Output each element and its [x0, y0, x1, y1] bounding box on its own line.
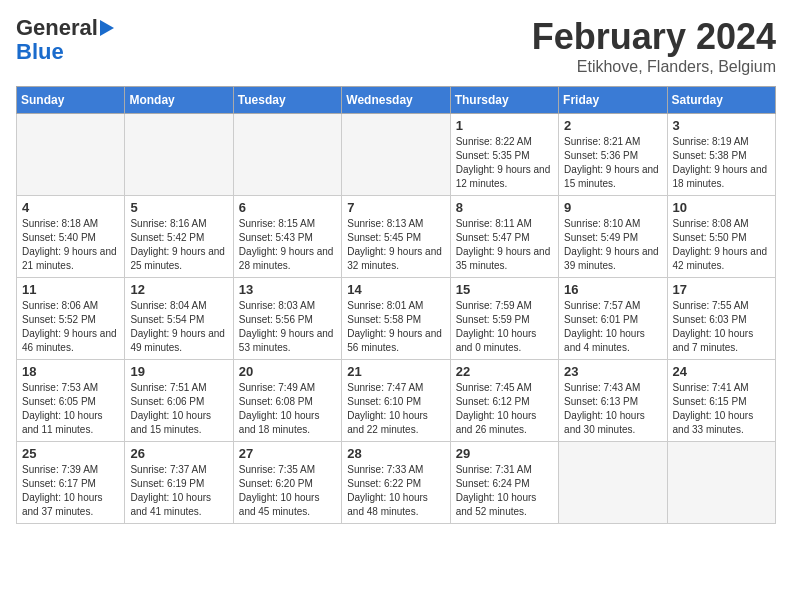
calendar-cell: 10Sunrise: 8:08 AMSunset: 5:50 PMDayligh… [667, 196, 775, 278]
calendar-cell [17, 114, 125, 196]
day-info: Sunrise: 7:53 AMSunset: 6:05 PMDaylight:… [22, 381, 119, 437]
day-info: Sunrise: 8:13 AMSunset: 5:45 PMDaylight:… [347, 217, 444, 273]
calendar-cell: 23Sunrise: 7:43 AMSunset: 6:13 PMDayligh… [559, 360, 667, 442]
day-number: 26 [130, 446, 227, 461]
day-info: Sunrise: 7:59 AMSunset: 5:59 PMDaylight:… [456, 299, 553, 355]
calendar-cell: 8Sunrise: 8:11 AMSunset: 5:47 PMDaylight… [450, 196, 558, 278]
calendar-cell: 18Sunrise: 7:53 AMSunset: 6:05 PMDayligh… [17, 360, 125, 442]
weekday-header-row: SundayMondayTuesdayWednesdayThursdayFrid… [17, 87, 776, 114]
weekday-header-friday: Friday [559, 87, 667, 114]
day-number: 24 [673, 364, 770, 379]
calendar-week-2: 4Sunrise: 8:18 AMSunset: 5:40 PMDaylight… [17, 196, 776, 278]
day-number: 23 [564, 364, 661, 379]
weekday-header-thursday: Thursday [450, 87, 558, 114]
day-number: 1 [456, 118, 553, 133]
calendar-cell: 25Sunrise: 7:39 AMSunset: 6:17 PMDayligh… [17, 442, 125, 524]
day-info: Sunrise: 7:39 AMSunset: 6:17 PMDaylight:… [22, 463, 119, 519]
day-number: 22 [456, 364, 553, 379]
day-info: Sunrise: 7:45 AMSunset: 6:12 PMDaylight:… [456, 381, 553, 437]
calendar-cell: 5Sunrise: 8:16 AMSunset: 5:42 PMDaylight… [125, 196, 233, 278]
day-number: 8 [456, 200, 553, 215]
month-title: February 2024 [532, 16, 776, 58]
calendar-cell: 3Sunrise: 8:19 AMSunset: 5:38 PMDaylight… [667, 114, 775, 196]
day-number: 29 [456, 446, 553, 461]
day-number: 6 [239, 200, 336, 215]
day-info: Sunrise: 7:43 AMSunset: 6:13 PMDaylight:… [564, 381, 661, 437]
day-number: 19 [130, 364, 227, 379]
day-info: Sunrise: 8:21 AMSunset: 5:36 PMDaylight:… [564, 135, 661, 191]
weekday-header-sunday: Sunday [17, 87, 125, 114]
day-number: 10 [673, 200, 770, 215]
day-number: 11 [22, 282, 119, 297]
calendar-cell: 21Sunrise: 7:47 AMSunset: 6:10 PMDayligh… [342, 360, 450, 442]
calendar-cell: 6Sunrise: 8:15 AMSunset: 5:43 PMDaylight… [233, 196, 341, 278]
calendar-cell: 27Sunrise: 7:35 AMSunset: 6:20 PMDayligh… [233, 442, 341, 524]
calendar-cell: 9Sunrise: 8:10 AMSunset: 5:49 PMDaylight… [559, 196, 667, 278]
calendar-cell [667, 442, 775, 524]
day-number: 14 [347, 282, 444, 297]
calendar-cell: 1Sunrise: 8:22 AMSunset: 5:35 PMDaylight… [450, 114, 558, 196]
calendar-week-4: 18Sunrise: 7:53 AMSunset: 6:05 PMDayligh… [17, 360, 776, 442]
day-info: Sunrise: 7:55 AMSunset: 6:03 PMDaylight:… [673, 299, 770, 355]
day-number: 5 [130, 200, 227, 215]
calendar-cell: 12Sunrise: 8:04 AMSunset: 5:54 PMDayligh… [125, 278, 233, 360]
day-number: 12 [130, 282, 227, 297]
logo: General Blue [16, 16, 114, 64]
day-number: 9 [564, 200, 661, 215]
day-number: 21 [347, 364, 444, 379]
day-info: Sunrise: 8:06 AMSunset: 5:52 PMDaylight:… [22, 299, 119, 355]
calendar-cell: 14Sunrise: 8:01 AMSunset: 5:58 PMDayligh… [342, 278, 450, 360]
page-header: General Blue February 2024 Etikhove, Fla… [16, 16, 776, 76]
calendar-cell: 15Sunrise: 7:59 AMSunset: 5:59 PMDayligh… [450, 278, 558, 360]
calendar-cell: 2Sunrise: 8:21 AMSunset: 5:36 PMDaylight… [559, 114, 667, 196]
day-number: 20 [239, 364, 336, 379]
calendar-cell: 24Sunrise: 7:41 AMSunset: 6:15 PMDayligh… [667, 360, 775, 442]
day-number: 18 [22, 364, 119, 379]
day-number: 3 [673, 118, 770, 133]
location-subtitle: Etikhove, Flanders, Belgium [532, 58, 776, 76]
calendar-cell: 16Sunrise: 7:57 AMSunset: 6:01 PMDayligh… [559, 278, 667, 360]
calendar-cell: 29Sunrise: 7:31 AMSunset: 6:24 PMDayligh… [450, 442, 558, 524]
day-info: Sunrise: 7:35 AMSunset: 6:20 PMDaylight:… [239, 463, 336, 519]
day-number: 16 [564, 282, 661, 297]
weekday-header-monday: Monday [125, 87, 233, 114]
day-info: Sunrise: 8:15 AMSunset: 5:43 PMDaylight:… [239, 217, 336, 273]
logo-general: General [16, 16, 98, 40]
day-info: Sunrise: 7:31 AMSunset: 6:24 PMDaylight:… [456, 463, 553, 519]
day-info: Sunrise: 8:03 AMSunset: 5:56 PMDaylight:… [239, 299, 336, 355]
calendar-cell [233, 114, 341, 196]
day-info: Sunrise: 7:41 AMSunset: 6:15 PMDaylight:… [673, 381, 770, 437]
day-info: Sunrise: 8:18 AMSunset: 5:40 PMDaylight:… [22, 217, 119, 273]
day-info: Sunrise: 7:49 AMSunset: 6:08 PMDaylight:… [239, 381, 336, 437]
day-number: 17 [673, 282, 770, 297]
calendar-table: SundayMondayTuesdayWednesdayThursdayFrid… [16, 86, 776, 524]
day-info: Sunrise: 7:37 AMSunset: 6:19 PMDaylight:… [130, 463, 227, 519]
calendar-cell [342, 114, 450, 196]
calendar-cell [125, 114, 233, 196]
weekday-header-saturday: Saturday [667, 87, 775, 114]
calendar-week-3: 11Sunrise: 8:06 AMSunset: 5:52 PMDayligh… [17, 278, 776, 360]
logo-blue: Blue [16, 40, 64, 64]
calendar-cell: 28Sunrise: 7:33 AMSunset: 6:22 PMDayligh… [342, 442, 450, 524]
calendar-cell: 26Sunrise: 7:37 AMSunset: 6:19 PMDayligh… [125, 442, 233, 524]
day-number: 15 [456, 282, 553, 297]
day-number: 4 [22, 200, 119, 215]
title-area: February 2024 Etikhove, Flanders, Belgiu… [532, 16, 776, 76]
calendar-cell [559, 442, 667, 524]
day-number: 2 [564, 118, 661, 133]
calendar-cell: 11Sunrise: 8:06 AMSunset: 5:52 PMDayligh… [17, 278, 125, 360]
logo-arrow-icon [100, 20, 114, 36]
day-info: Sunrise: 8:01 AMSunset: 5:58 PMDaylight:… [347, 299, 444, 355]
day-info: Sunrise: 7:47 AMSunset: 6:10 PMDaylight:… [347, 381, 444, 437]
day-info: Sunrise: 8:11 AMSunset: 5:47 PMDaylight:… [456, 217, 553, 273]
calendar-cell: 13Sunrise: 8:03 AMSunset: 5:56 PMDayligh… [233, 278, 341, 360]
day-number: 7 [347, 200, 444, 215]
day-info: Sunrise: 7:57 AMSunset: 6:01 PMDaylight:… [564, 299, 661, 355]
calendar-cell: 17Sunrise: 7:55 AMSunset: 6:03 PMDayligh… [667, 278, 775, 360]
day-info: Sunrise: 8:22 AMSunset: 5:35 PMDaylight:… [456, 135, 553, 191]
calendar-cell: 19Sunrise: 7:51 AMSunset: 6:06 PMDayligh… [125, 360, 233, 442]
weekday-header-tuesday: Tuesday [233, 87, 341, 114]
calendar-cell: 7Sunrise: 8:13 AMSunset: 5:45 PMDaylight… [342, 196, 450, 278]
day-info: Sunrise: 8:19 AMSunset: 5:38 PMDaylight:… [673, 135, 770, 191]
day-info: Sunrise: 7:51 AMSunset: 6:06 PMDaylight:… [130, 381, 227, 437]
